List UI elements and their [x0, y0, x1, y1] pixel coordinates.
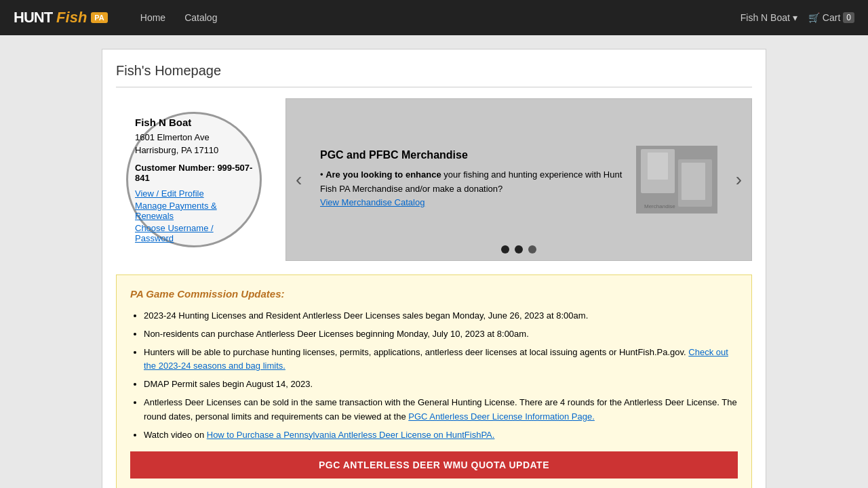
pgc-list: 2023-24 Hunting Licenses and Resident An… — [144, 309, 738, 442]
pgc-item-4: DMAP Permit sales begin August 14, 2023. — [144, 378, 738, 392]
cart-button[interactable]: 🛒 Cart 0 — [808, 12, 854, 23]
carousel-next-button[interactable]: › — [729, 169, 749, 190]
view-edit-profile-link[interactable]: View / Edit Profile — [135, 188, 253, 199]
profile-address: 1601 Elmerton Ave Harrisburg, PA 17110 — [135, 131, 253, 157]
cart-icon: 🛒 — [808, 12, 820, 23]
profile-customer-number: Customer Number: 999-507-841 — [135, 163, 253, 183]
watch-video-link[interactable]: How to Purchase a Pennsylvania Antlerles… — [207, 430, 495, 440]
carousel-content: PGC and PFBC Merchandise • Are you looki… — [286, 132, 751, 227]
carousel-merchandise-link[interactable]: View Merchandise Catalog — [320, 197, 425, 207]
chevron-down-icon: ▾ — [793, 12, 797, 23]
main-layout: Fish N Boat 1601 Elmerton Ave Harrisburg… — [116, 98, 752, 261]
profile-links: View / Edit Profile Manage Payments & Re… — [135, 188, 253, 243]
svg-text:Merchandise: Merchandise — [644, 203, 675, 209]
navbar: HUNTFish PA Home Catalog Fish N Boat ▾ 🛒… — [0, 0, 868, 35]
pgc-antlerless-link[interactable]: PGC Antlerless Deer License Information … — [408, 411, 595, 422]
pgc-item-3: Hunters will be able to purchase hunting… — [144, 346, 738, 374]
brand-hunt-text: HUNT — [14, 9, 52, 26]
profile-name: Fish N Boat — [135, 117, 253, 128]
carousel: ‹ PGC and PFBC Merchandise • Are you loo… — [285, 98, 752, 261]
pgc-item-1: 2023-24 Hunting Licenses and Resident An… — [144, 309, 738, 323]
page-title: Fish's Homepage — [116, 63, 752, 87]
pgc-quota-button[interactable]: PGC ANTLERLESS DEER WMU QUOTA UPDATE — [130, 451, 738, 479]
pgc-item-6: Watch video on How to Purchase a Pennsyl… — [144, 428, 738, 443]
choose-username-link[interactable]: Choose Username / Password — [135, 223, 253, 243]
profile-card-wrapper: Fish N Boat 1601 Elmerton Ave Harrisburg… — [116, 98, 272, 261]
carousel-body: • Are you looking to enhance your fishin… — [320, 168, 623, 210]
svg-rect-4 — [682, 163, 705, 200]
carousel-dots — [501, 245, 536, 253]
profile-info: Fish N Boat 1601 Elmerton Ave Harrisburg… — [128, 110, 260, 250]
navbar-right: Fish N Boat ▾ 🛒 Cart 0 — [741, 12, 854, 23]
nav-catalog[interactable]: Catalog — [176, 8, 225, 27]
pgc-item-5: Antlerless Deer Licenses can be sold in … — [144, 396, 738, 424]
content-area: Fish's Homepage Fish N Boat 1601 Elmerto… — [102, 49, 766, 488]
page-wrapper: Fish's Homepage Fish N Boat 1601 Elmerto… — [0, 35, 868, 488]
cart-count: 0 — [843, 12, 854, 23]
carousel-dot-3[interactable] — [528, 245, 536, 253]
carousel-dot-1[interactable] — [501, 245, 509, 253]
manage-payments-link[interactable]: Manage Payments & Renewals — [135, 201, 253, 221]
user-dropdown[interactable]: Fish N Boat ▾ — [741, 12, 797, 23]
profile-circle: Fish N Boat 1601 Elmerton Ave Harrisburg… — [126, 112, 262, 247]
carousel-title: PGC and PFBC Merchandise — [320, 149, 623, 161]
carousel-image: Merchandise — [636, 146, 717, 214]
brand-fish-text: Fish — [56, 9, 87, 26]
nav-home[interactable]: Home — [132, 8, 174, 27]
pgc-box: PA Game Commission Updates: 2023-24 Hunt… — [116, 274, 752, 488]
brand-pa-icon: PA — [91, 12, 107, 23]
svg-rect-3 — [648, 152, 668, 180]
carousel-text: PGC and PFBC Merchandise • Are you looki… — [320, 149, 623, 210]
main-nav: Home Catalog — [132, 8, 727, 27]
brand-logo[interactable]: HUNTFish PA — [14, 9, 108, 26]
pgc-title: PA Game Commission Updates: — [130, 286, 738, 302]
carousel-prev-button[interactable]: ‹ — [289, 169, 309, 190]
pgc-item-2: Non-residents can purchase Antlerless De… — [144, 327, 738, 342]
carousel-dot-2[interactable] — [515, 245, 523, 253]
